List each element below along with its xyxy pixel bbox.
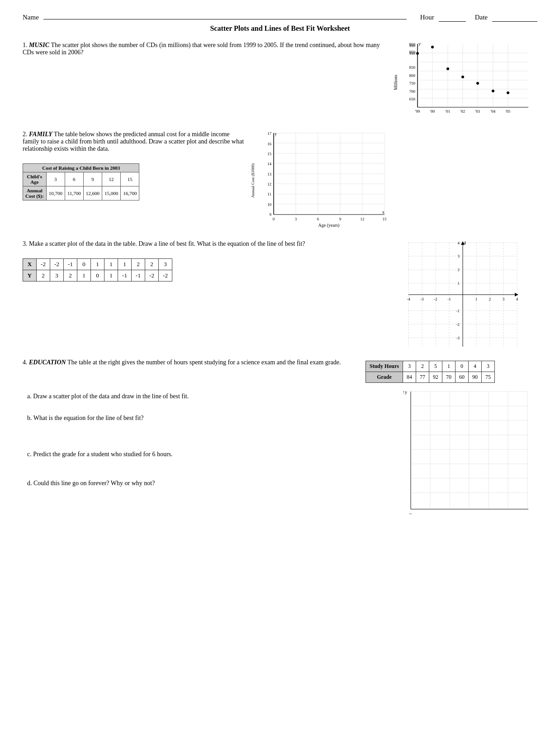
problem-1: 1. MUSIC The scatter plot shows the numb…	[23, 42, 537, 123]
svg-text:17: 17	[267, 131, 272, 136]
problem-3-number: 3.	[23, 240, 28, 247]
svg-text:'02: '02	[460, 109, 465, 114]
problem-2-number: 2.	[23, 131, 28, 138]
p3-y-3: 2	[64, 270, 77, 282]
family-table-cost-15: 16,700	[121, 186, 139, 200]
svg-point-37	[461, 76, 464, 78]
sub-a: a. Draw a scatter plot of the data and d…	[27, 393, 388, 400]
svg-text:10: 10	[267, 202, 272, 207]
family-table-age-9: 9	[83, 172, 102, 186]
p3-x-label: X	[23, 259, 37, 270]
family-table-title: Cost of Raising a Child Born in 2003	[23, 163, 139, 172]
edu-g-6: 90	[469, 372, 482, 383]
date-label: Date	[475, 14, 488, 21]
family-table-cost-header: AnnualCost ($):	[23, 186, 47, 200]
svg-text:'03: '03	[475, 109, 480, 114]
p3-x-1: -2	[37, 259, 50, 270]
date-underline	[492, 14, 537, 22]
edu-sh-1: 3	[403, 361, 416, 372]
svg-text:15: 15	[267, 152, 272, 156]
problem-4-text: The table at the right gives the number …	[66, 359, 341, 366]
edu-sh-5: 0	[456, 361, 469, 372]
svg-text:800: 800	[409, 73, 416, 78]
svg-point-38	[476, 82, 479, 85]
svg-point-35	[431, 46, 434, 48]
sub-d: d. Could this line go on forever? Why or…	[27, 480, 388, 487]
problem-1-text: The scatter plot shows the number of CDs…	[23, 42, 380, 56]
family-table-cost-9: 12,600	[83, 186, 102, 200]
svg-text:-2: -2	[434, 297, 437, 301]
problem-3-chart: 4 3 2 1 -1 -2 -3 -4 -3 -2 -1 1 2 3 4 4	[393, 240, 537, 351]
svg-text:2: 2	[489, 297, 491, 301]
family-table-age-3: 3	[46, 172, 65, 186]
hour-underline	[439, 14, 466, 22]
problem-2-text: The table below shows the predicted annu…	[23, 131, 244, 152]
svg-text:↑y: ↑y	[403, 390, 407, 395]
p3-x-7: 1	[118, 259, 132, 270]
problem-4-left: 4. EDUCATION The table at the right give…	[23, 359, 361, 366]
svg-text:700: 700	[409, 89, 416, 94]
svg-text:-2: -2	[456, 322, 460, 327]
family-table-age-15: 15	[121, 172, 139, 186]
svg-text:Age (years): Age (years)	[318, 223, 340, 228]
p3-y-6: 1	[104, 270, 118, 282]
family-table-age-header: Child'sAge	[23, 172, 47, 186]
edu-g-7: 75	[482, 372, 495, 383]
problem-4-top: 4. EDUCATION The table at the right give…	[23, 359, 537, 385]
svg-text:1: 1	[475, 297, 478, 301]
problem-4-table-container: Study Hours 3 2 5 1 0 4 3 Grade 84 77 92…	[365, 359, 537, 385]
p3-chart-svg: 4 3 2 1 -1 -2 -3 -4 -3 -2 -1 1 2 3 4 4	[393, 240, 533, 349]
edu-g-2: 77	[416, 372, 429, 383]
p3-x-4: 0	[77, 259, 91, 270]
svg-text:←: ←	[408, 511, 413, 516]
problem-4: 4. EDUCATION The table at the right give…	[23, 359, 537, 518]
svg-point-40	[507, 91, 509, 94]
svg-text:'99: '99	[415, 109, 420, 114]
svg-marker-110	[515, 293, 518, 296]
problem-4-subquestions: a. Draw a scatter plot of the data and d…	[23, 389, 388, 518]
svg-text:y: y	[275, 131, 277, 136]
svg-text:750: 750	[409, 81, 416, 86]
hour-label: Hour	[420, 14, 434, 21]
svg-text:'04: '04	[491, 109, 496, 114]
p3-x-6: 1	[104, 259, 118, 270]
name-label: Name	[23, 14, 39, 21]
problem-1-number: 1.	[23, 42, 28, 48]
problem-4-chart: ↑y ←	[393, 389, 537, 518]
sub-c: c. Predict the grade for a student who s…	[27, 451, 388, 458]
svg-text:-3: -3	[420, 297, 424, 301]
svg-text:-1: -1	[456, 309, 460, 313]
svg-text:990: 990	[409, 43, 416, 48]
problem-3-left: 3. Make a scatter plot of the data in th…	[23, 240, 393, 285]
family-table-age-12: 12	[102, 172, 120, 186]
edu-sh-3: 5	[429, 361, 442, 372]
edu-g-1: 84	[403, 372, 416, 383]
svg-text:9: 9	[339, 217, 342, 221]
family-table-age-6: 6	[65, 172, 83, 186]
svg-text:1: 1	[458, 281, 460, 286]
svg-text:14: 14	[267, 162, 272, 166]
problem-4-keyword: EDUCATION	[29, 359, 66, 366]
svg-point-39	[492, 90, 494, 92]
family-chart-svg: Annual Cost ($1000) y x 17 16 15 14 13 1…	[249, 131, 389, 230]
svg-text:950: 950	[409, 50, 416, 54]
edu-sh-2: 2	[416, 361, 429, 372]
edu-sh-4: 1	[442, 361, 456, 372]
svg-text:0: 0	[273, 217, 275, 221]
problem-4-bottom: a. Draw a scatter plot of the data and d…	[23, 389, 537, 518]
p3-y-2: 3	[50, 270, 64, 282]
problem-2-left: 2. FAMILY The table below shows the pred…	[23, 131, 249, 200]
svg-text:3: 3	[295, 217, 297, 221]
edu-g-5: 60	[456, 372, 469, 383]
svg-text:x: x	[382, 210, 384, 215]
p3-y-1: 2	[37, 270, 50, 282]
family-table: Cost of Raising a Child Born in 2003 Chi…	[23, 163, 139, 200]
svg-text:'00: '00	[430, 109, 435, 114]
svg-text:9: 9	[270, 212, 272, 217]
svg-text:15: 15	[383, 217, 387, 221]
svg-text:'05: '05	[506, 109, 511, 114]
p3-x-8: 2	[132, 259, 145, 270]
edu-sh-6: 4	[469, 361, 482, 372]
svg-point-34	[416, 52, 419, 55]
name-underline	[43, 19, 407, 19]
